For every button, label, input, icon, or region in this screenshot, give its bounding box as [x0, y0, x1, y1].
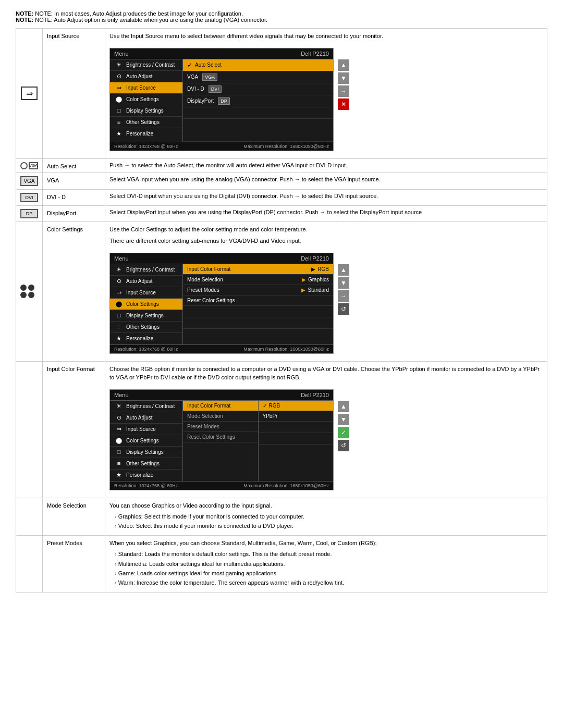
- osd-display-settings-1[interactable]: □ Display Settings: [110, 105, 182, 117]
- dvi-d-item[interactable]: DVI - D DVI: [183, 83, 333, 95]
- osd-cs-icf[interactable]: ⬤ Color Settings: [110, 435, 182, 447]
- ypbpr-item[interactable]: YPbPr: [259, 411, 334, 422]
- dvi-d-label-cell: DVI - D: [43, 189, 105, 205]
- pm-value: Standard: [308, 287, 329, 293]
- rcs-row[interactable]: Reset Color Settings: [183, 295, 333, 306]
- vga-desc: Select VGA input when you are using the …: [109, 176, 381, 182]
- osd-footer-icf: Resolution: 1024x768 @ 60Hz Maximum Reso…: [110, 481, 333, 490]
- ms-sub-item-2: Video: Select this mode if your monitor …: [115, 522, 543, 530]
- ms-row[interactable]: Mode Selection ▶ Graphics: [183, 275, 333, 285]
- icf-label-cell: Input Color Format: [43, 361, 105, 498]
- icf-icon-cell: [16, 361, 43, 498]
- osd-p-cs[interactable]: ★ Personalize: [110, 333, 182, 344]
- osd-personalize-1[interactable]: ★ Personalize: [110, 128, 182, 140]
- pm-label-cell: Preset Modes: [43, 535, 105, 592]
- icf-row[interactable]: Input Color Format ▶ RGB: [183, 264, 333, 275]
- preset-modes-row: Preset Modes When you select Graphics, y…: [16, 535, 547, 592]
- input-source-icon-cell: ⇒: [16, 29, 43, 159]
- osd-aa-icf[interactable]: ⊙ Auto Adjust: [110, 412, 182, 424]
- osd-ds-cs[interactable]: □ Display Settings: [110, 310, 182, 322]
- displayport-item[interactable]: DisplayPort DP: [183, 95, 333, 107]
- footer-res-1: Resolution: 1024x768 @ 60Hz: [114, 144, 178, 149]
- pm-row[interactable]: Preset Modes ▶ Standard: [183, 285, 333, 295]
- osd-is-icf[interactable]: ⇒ Input Source: [110, 424, 182, 435]
- osd-ds-icf[interactable]: □ Display Settings: [110, 447, 182, 458]
- osd-cs-cs[interactable]: ⬤ Color Settings: [110, 299, 182, 310]
- osd-bc-cs[interactable]: ☀ Brightness / Contrast: [110, 264, 182, 276]
- icf-empty-1: [259, 422, 334, 433]
- osd-header-cs: Menu Dell P2210: [110, 253, 333, 264]
- nav-back-icf[interactable]: ↺: [338, 440, 349, 451]
- vga-label-cell: VGA: [43, 172, 105, 189]
- vga-item[interactable]: VGA VGA: [183, 71, 333, 83]
- ms-label: Mode Selection: [187, 277, 300, 282]
- ms-desc: You can choose Graphics or Video accordi…: [109, 501, 543, 510]
- color-settings-desc1: Use the Color Settings to adjust the col…: [109, 225, 543, 234]
- dp-section-label: DisplayPort: [47, 210, 76, 216]
- bc-text-icf: Brightness / Contrast: [126, 403, 175, 409]
- osd-brightness-contrast-1[interactable]: ☀ Brightness / Contrast: [110, 59, 182, 71]
- icf-section-label: Input Color Format: [47, 366, 95, 372]
- osd-color-settings-1[interactable]: ⬤ Color Settings: [110, 94, 182, 105]
- nav-down-1[interactable]: ▼: [338, 72, 349, 84]
- bc-label-1: Brightness / Contrast: [126, 62, 175, 68]
- osd-left-input-source: ☀ Brightness / Contrast ⊙ Auto Adjust ⇒ …: [110, 59, 183, 142]
- osd-input-source-wrapper: Menu Dell P2210 ☀ Brightness / Contrast: [109, 44, 334, 155]
- icf-mode-sel: Mode Selection: [183, 411, 258, 422]
- nav-arrows-1: ▲ ▼ → ✕: [338, 59, 349, 110]
- osd-aa-cs[interactable]: ⊙ Auto Adjust: [110, 276, 182, 287]
- nav-up-cs[interactable]: ▲: [338, 264, 349, 276]
- nav-up-icf[interactable]: ▲: [338, 401, 349, 412]
- vga-connector-icon: VGA: [202, 73, 217, 81]
- color-settings-row: Color Settings Use the Color Settings to…: [16, 221, 547, 361]
- osd-bc-icf[interactable]: ☀ Brightness / Contrast: [110, 401, 182, 412]
- input-source-desc: Use the Input Source menu to select betw…: [109, 32, 543, 41]
- rgb-item[interactable]: ✓ RGB: [259, 401, 334, 411]
- osd-p-icf[interactable]: ★ Personalize: [110, 470, 182, 481]
- icf-desc: Choose the RGB option if monitor is conn…: [109, 365, 543, 382]
- p-label-1: Personalize: [126, 131, 153, 137]
- osd-other-settings-1[interactable]: ≡ Other Settings: [110, 117, 182, 128]
- icf-empty-2: [259, 433, 334, 445]
- osd-os-cs[interactable]: ≡ Other Settings: [110, 322, 182, 333]
- icf-reset: Reset Color Settings: [183, 432, 258, 442]
- osd-is-cs[interactable]: ⇒ Input Source: [110, 287, 182, 299]
- dp-connector-img: DP: [20, 209, 38, 218]
- nav-right-cs[interactable]: →: [338, 290, 349, 302]
- auto-select-item[interactable]: ✓ Auto Select: [183, 59, 333, 71]
- nav-check-icf[interactable]: ✓: [338, 427, 349, 438]
- dvi-d-icon-cell: DVI: [16, 189, 43, 205]
- is-icon-cs: ⇒: [114, 289, 124, 296]
- nav-close-1[interactable]: ✕: [338, 98, 349, 110]
- vga-content-cell: Select VGA input when you are using the …: [105, 172, 547, 189]
- osd-body-icf: ☀ Brightness / Contrast ⊙ Auto Adjust ⇒ …: [110, 401, 333, 481]
- icf-label: Input Color Format: [187, 266, 309, 272]
- auto-select-icon: VGA: [20, 162, 38, 169]
- osd-left-icf: ☀ Brightness / Contrast ⊙ Auto Adjust ⇒ …: [110, 401, 183, 481]
- pm-arrow-icon: ▶: [301, 287, 305, 293]
- os-text-cs: Other Settings: [126, 324, 160, 330]
- check-icon-auto: ✓: [187, 61, 192, 69]
- menu-label: Menu: [114, 51, 129, 57]
- note-label-1: NOTE:: [16, 10, 33, 17]
- cs-label-1: Color Settings: [126, 96, 159, 102]
- nav-up-1[interactable]: ▲: [338, 59, 349, 71]
- nav-back-cs[interactable]: ↺: [338, 303, 349, 315]
- os-text-icf: Other Settings: [126, 461, 160, 466]
- nav-right-1[interactable]: →: [338, 85, 349, 97]
- osd-auto-adjust-1[interactable]: ⊙ Auto Adjust: [110, 71, 182, 82]
- nav-down-cs[interactable]: ▼: [338, 277, 349, 289]
- color-settings-label-cell: Color Settings: [43, 221, 105, 361]
- bc-icon-icf: ☀: [114, 403, 124, 410]
- footer-max-icf: Maximum Resolution: 1680x1050@60Hz: [243, 483, 329, 488]
- dvi-d-desc: Select DVI-D input when you are using th…: [109, 193, 378, 199]
- auto-select-text: Auto Select: [195, 62, 222, 68]
- main-table: ⇒ Input Source Use the Input Source menu…: [16, 28, 547, 593]
- ms-icon-cell: [16, 498, 43, 535]
- osd-input-source-item-1[interactable]: ⇒ Input Source: [110, 82, 182, 94]
- osd-body-cs: ☀ Brightness / Contrast ⊙ Auto Adjust ⇒ …: [110, 264, 333, 344]
- menu-label-icf: Menu: [114, 392, 129, 398]
- nav-down-icf[interactable]: ▼: [338, 414, 349, 425]
- note-text-1: NOTE: In most cases, Auto Adjust produce…: [35, 10, 243, 17]
- osd-os-icf[interactable]: ≡ Other Settings: [110, 458, 182, 470]
